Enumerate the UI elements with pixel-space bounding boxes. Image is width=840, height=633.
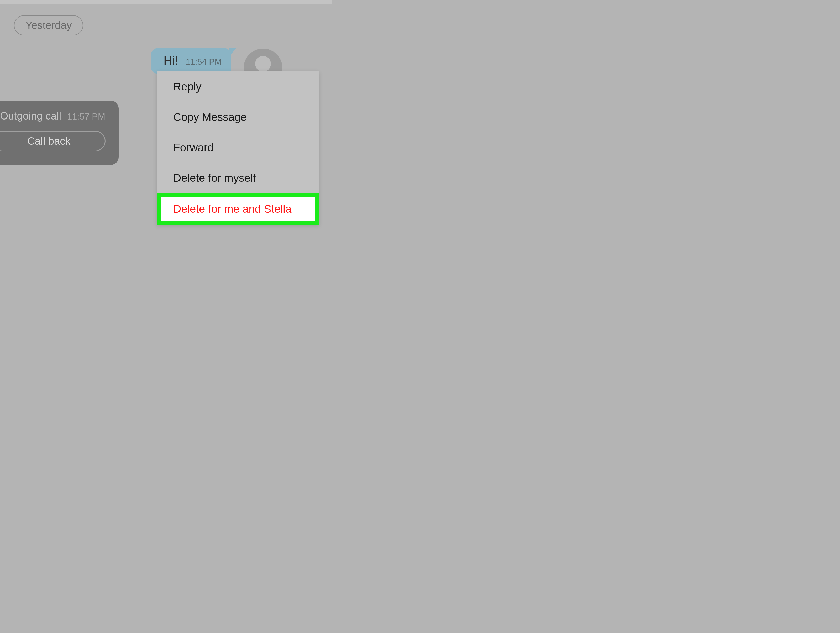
call-time: 11:57 PM — [67, 111, 105, 122]
message-text: Hi! — [164, 53, 178, 68]
menu-item-forward[interactable]: Forward — [157, 132, 319, 163]
bubble-tail-icon — [229, 48, 236, 57]
menu-item-delete-for-myself[interactable]: Delete for myself — [157, 163, 319, 193]
date-chip: Yesterday — [14, 15, 83, 35]
message-time: 11:54 PM — [186, 57, 221, 67]
menu-item-copy-message[interactable]: Copy Message — [157, 102, 319, 132]
menu-item-reply[interactable]: Reply — [157, 71, 319, 102]
call-back-button[interactable]: Call back — [0, 131, 106, 151]
call-title-row: Outgoing call 11:57 PM — [0, 110, 111, 122]
call-title: Outgoing call — [0, 110, 61, 122]
top-bar — [0, 0, 332, 4]
context-menu: Reply Copy Message Forward Delete for my… — [157, 71, 319, 225]
call-card: Outgoing call 11:57 PM Call back — [0, 101, 118, 165]
avatar-head-icon — [255, 56, 271, 72]
menu-item-delete-for-both[interactable]: Delete for me and Stella — [157, 193, 319, 225]
message-bubble[interactable]: Hi! 11:54 PM — [151, 48, 231, 74]
